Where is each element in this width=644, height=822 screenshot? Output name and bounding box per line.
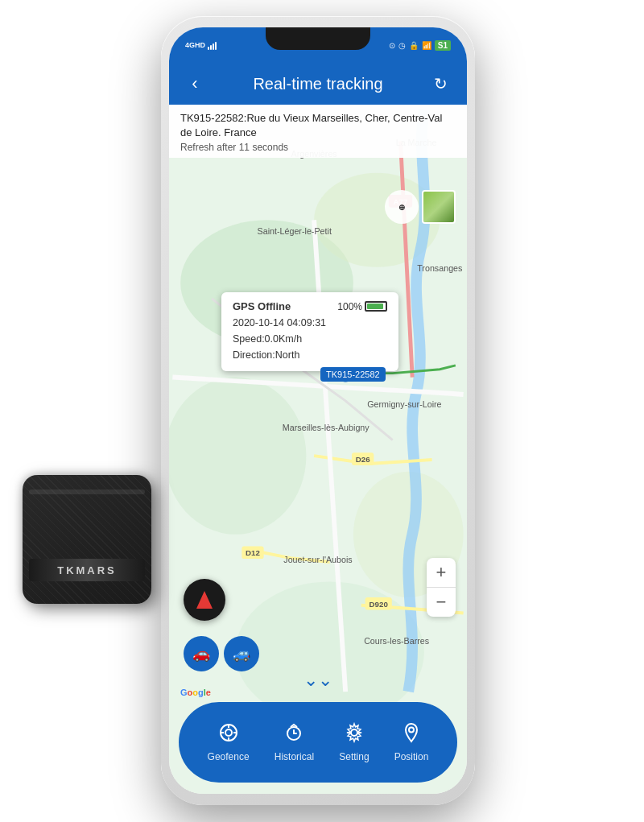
historical-label: Historical	[275, 751, 314, 762]
signal-bars	[208, 40, 217, 50]
status-icons: ⊙ ◷ 🔒 📶 S1	[389, 40, 451, 51]
battery-body	[365, 301, 387, 312]
nav-setting[interactable]: Setting	[339, 722, 369, 762]
popup-speed: Speed:0.0Km/h	[233, 331, 387, 347]
vehicles-icon: 🚙	[233, 645, 250, 663]
bar4	[215, 42, 217, 50]
popup-datetime: 2020-10-14 04:09:31	[233, 315, 387, 331]
compass-button[interactable]	[184, 579, 225, 621]
lock-icon: 🔒	[409, 41, 419, 50]
map-background: A77 D26 D12 D920 Argenvières La Marche S…	[169, 63, 467, 794]
back-icon: ‹	[192, 73, 197, 94]
device-label-band: TKMARS	[29, 559, 145, 581]
device-brand-label: TKMARS	[57, 564, 117, 576]
compass-arrow	[196, 591, 213, 609]
svg-text:D12: D12	[246, 548, 260, 557]
nav-historical[interactable]: Historical	[275, 722, 314, 762]
position-icon	[401, 722, 422, 748]
battery-display: 100%	[337, 301, 387, 312]
battery-fill	[367, 304, 383, 309]
svg-point-25	[225, 729, 232, 736]
nav-geofence[interactable]: Geofence	[208, 722, 250, 762]
historical-icon	[283, 722, 304, 748]
phone: 4GHD 10:38 ⊙ ◷ 🔒 📶 S1	[161, 16, 475, 805]
geofence-label: Geofence	[208, 751, 250, 762]
tracking-buttons: 🚗 🚙	[184, 636, 259, 671]
svg-text:Cours-les-Barres: Cours-les-Barres	[364, 636, 429, 646]
phone-notch	[266, 27, 370, 50]
phone-body: 4GHD 10:38 ⊙ ◷ 🔒 📶 S1	[161, 16, 475, 805]
svg-point-31	[351, 729, 357, 736]
svg-text:D920: D920	[369, 600, 389, 609]
popup-details: 2020-10-14 04:09:31 Speed:0.0Km/h Direct…	[233, 315, 387, 363]
tracker-label: TK915-22582	[320, 367, 386, 382]
zoom-in-button[interactable]: +	[427, 558, 456, 587]
info-bar: TK915-22582:Rue du Vieux Marseilles, Che…	[169, 105, 467, 158]
chevron-down-icon: ⌄⌄	[303, 670, 332, 690]
vehicle-icon: 🚗	[192, 645, 210, 663]
map-thumb-bg	[423, 192, 454, 222]
battery-percent: 100%	[337, 301, 362, 312]
geofence-icon	[218, 722, 239, 748]
svg-point-3	[169, 378, 306, 535]
refresh-icon: ↻	[434, 74, 448, 93]
gps-device: TKMARS	[23, 475, 151, 604]
position-label: Position	[394, 751, 429, 762]
setting-icon	[344, 722, 365, 748]
bar1	[208, 47, 209, 50]
zoom-out-button[interactable]: −	[427, 588, 456, 617]
g-letter-4: g	[198, 688, 204, 697]
network-info: 4GHD	[185, 40, 217, 50]
google-logo: Google	[180, 688, 211, 697]
refresh-countdown: Refresh after 11 seconds	[180, 142, 456, 153]
setting-label: Setting	[339, 751, 369, 762]
map-area[interactable]: A77 D26 D12 D920 Argenvières La Marche S…	[169, 63, 467, 794]
svg-text:Tronsanges: Tronsanges	[417, 263, 462, 273]
refresh-button[interactable]: ↻	[428, 71, 454, 97]
g-letter-6: e	[206, 688, 211, 697]
bar2	[210, 45, 212, 50]
gps-status: GPS Offline	[233, 300, 291, 312]
svg-text:Marseilles-lès-Aubigny: Marseilles-lès-Aubigny	[283, 423, 369, 432]
page-title: Real-time tracking	[253, 75, 382, 93]
phone-screen: 4GHD 10:38 ⊙ ◷ 🔒 📶 S1	[169, 27, 467, 794]
popup-direction: Direction:North	[233, 347, 387, 363]
popup-header-row: GPS Offline 100%	[233, 300, 387, 312]
alarm-icon: ◷	[398, 41, 406, 50]
zoom-controls: + −	[427, 558, 456, 617]
app-header: ‹ Real-time tracking ↻	[169, 63, 467, 105]
svg-text:D26: D26	[356, 455, 370, 464]
svg-text:Saint-Léger-le-Petit: Saint-Léger-le-Petit	[258, 226, 332, 236]
location-icon: ⊙	[389, 41, 395, 50]
address-text: TK915-22582:Rue du Vieux Marseilles, Che…	[180, 111, 456, 140]
device-texture	[23, 475, 151, 604]
bar3	[213, 43, 214, 50]
device-top-bar	[29, 489, 145, 494]
battery-label: S1	[438, 41, 448, 50]
svg-text:Germigny-sur-Loire: Germigny-sur-Loire	[367, 399, 441, 409]
battery-indicator: S1	[435, 40, 451, 51]
wifi-icon: 📶	[422, 41, 431, 50]
compass-icon: ⊕	[398, 203, 405, 212]
svg-point-32	[409, 728, 414, 733]
single-vehicle-button[interactable]: 🚗	[184, 636, 219, 671]
svg-text:Jouet-sur-l'Aubois: Jouet-sur-l'Aubois	[283, 555, 352, 564]
map-compass: ⊕	[385, 190, 419, 224]
nav-position[interactable]: Position	[394, 722, 429, 762]
back-button[interactable]: ‹	[182, 71, 208, 97]
map-thumbnail[interactable]	[422, 190, 456, 224]
multi-vehicle-button[interactable]: 🚙	[224, 636, 259, 671]
expand-panel-button[interactable]: ⌄⌄	[303, 670, 332, 691]
bottom-navigation: Geofence Historical	[179, 702, 457, 783]
gps-info-popup: GPS Offline 100% 2020-10-14 04:09:31 Spe…	[221, 292, 398, 371]
network-label: 4GHD	[185, 41, 205, 49]
g-letter-1: G	[180, 688, 188, 697]
